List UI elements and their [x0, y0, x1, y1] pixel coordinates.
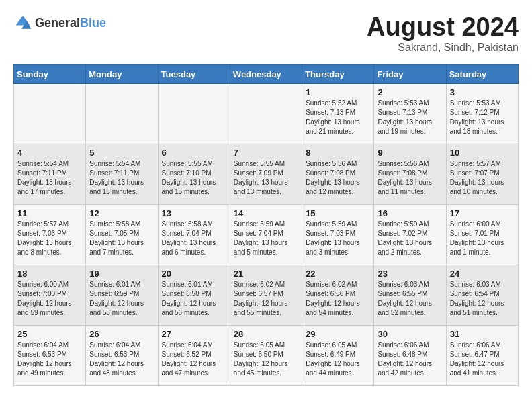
day-content: Sunrise: 5:57 AMSunset: 7:07 PMDaylight:…	[450, 159, 515, 197]
day-cell: 30Sunrise: 6:06 AMSunset: 6:48 PMDayligh…	[374, 325, 446, 385]
header-cell-sunday: Sunday	[14, 64, 86, 83]
day-number: 30	[378, 329, 442, 339]
week-row-2: 4Sunrise: 5:54 AMSunset: 7:11 PMDaylight…	[14, 144, 519, 204]
day-cell: 18Sunrise: 6:00 AMSunset: 7:00 PMDayligh…	[14, 265, 86, 325]
day-content: Sunrise: 5:55 AMSunset: 7:09 PMDaylight:…	[234, 159, 298, 197]
calendar-body: 1Sunrise: 5:52 AMSunset: 7:13 PMDaylight…	[14, 83, 519, 385]
day-number: 18	[17, 269, 82, 279]
day-cell: 5Sunrise: 5:54 AMSunset: 7:11 PMDaylight…	[86, 144, 158, 204]
day-content: Sunrise: 5:59 AMSunset: 7:04 PMDaylight:…	[234, 220, 298, 257]
day-content: Sunrise: 5:54 AMSunset: 7:11 PMDaylight:…	[17, 159, 82, 197]
day-number: 31	[450, 329, 515, 339]
day-content: Sunrise: 5:53 AMSunset: 7:12 PMDaylight:…	[450, 99, 515, 136]
day-number: 6	[162, 148, 226, 158]
day-number: 25	[17, 329, 82, 339]
day-cell: 26Sunrise: 6:04 AMSunset: 6:53 PMDayligh…	[86, 325, 158, 385]
page-header: GeneralBlue August 2024 Sakrand, Sindh, …	[13, 13, 519, 54]
day-cell: 7Sunrise: 5:55 AMSunset: 7:09 PMDaylight…	[230, 144, 302, 204]
day-number: 5	[89, 148, 154, 158]
day-cell: 31Sunrise: 6:06 AMSunset: 6:47 PMDayligh…	[446, 325, 518, 385]
day-cell: 24Sunrise: 6:03 AMSunset: 6:54 PMDayligh…	[446, 265, 518, 325]
day-cell	[158, 83, 230, 144]
day-number: 1	[306, 87, 370, 97]
week-row-4: 18Sunrise: 6:00 AMSunset: 7:00 PMDayligh…	[14, 265, 519, 325]
day-number: 13	[162, 208, 226, 218]
week-row-5: 25Sunrise: 6:04 AMSunset: 6:53 PMDayligh…	[14, 325, 519, 385]
day-cell: 29Sunrise: 6:05 AMSunset: 6:49 PMDayligh…	[302, 325, 374, 385]
header-row: SundayMondayTuesdayWednesdayThursdayFrid…	[14, 64, 519, 83]
day-content: Sunrise: 6:00 AMSunset: 7:00 PMDaylight:…	[17, 280, 82, 318]
day-content: Sunrise: 5:59 AMSunset: 7:03 PMDaylight:…	[306, 220, 370, 257]
week-row-1: 1Sunrise: 5:52 AMSunset: 7:13 PMDaylight…	[14, 83, 519, 144]
day-number: 15	[306, 208, 370, 218]
day-cell: 3Sunrise: 5:53 AMSunset: 7:12 PMDaylight…	[446, 83, 518, 144]
day-number: 12	[89, 208, 154, 218]
day-content: Sunrise: 6:03 AMSunset: 6:54 PMDaylight:…	[450, 280, 515, 318]
day-number: 8	[306, 148, 370, 158]
day-cell: 8Sunrise: 5:56 AMSunset: 7:08 PMDaylight…	[302, 144, 374, 204]
day-content: Sunrise: 6:02 AMSunset: 6:56 PMDaylight:…	[306, 280, 370, 318]
day-number: 14	[234, 208, 298, 218]
day-cell: 25Sunrise: 6:04 AMSunset: 6:53 PMDayligh…	[14, 325, 86, 385]
header-cell-monday: Monday	[86, 64, 158, 83]
day-cell: 20Sunrise: 6:01 AMSunset: 6:58 PMDayligh…	[158, 265, 230, 325]
day-cell: 27Sunrise: 6:04 AMSunset: 6:52 PMDayligh…	[158, 325, 230, 385]
logo-icon	[13, 13, 32, 32]
day-number: 10	[450, 148, 515, 158]
day-content: Sunrise: 6:05 AMSunset: 6:49 PMDaylight:…	[306, 340, 370, 378]
day-cell: 12Sunrise: 5:58 AMSunset: 7:05 PMDayligh…	[86, 204, 158, 265]
day-cell: 19Sunrise: 6:01 AMSunset: 6:59 PMDayligh…	[86, 265, 158, 325]
month-year-title: August 2024	[367, 13, 519, 42]
day-content: Sunrise: 5:59 AMSunset: 7:02 PMDaylight:…	[378, 220, 442, 257]
calendar-table: SundayMondayTuesdayWednesdayThursdayFrid…	[13, 64, 519, 386]
day-cell	[230, 83, 302, 144]
day-cell: 14Sunrise: 5:59 AMSunset: 7:04 PMDayligh…	[230, 204, 302, 265]
week-row-3: 11Sunrise: 5:57 AMSunset: 7:06 PMDayligh…	[14, 204, 519, 265]
day-cell: 13Sunrise: 5:58 AMSunset: 7:04 PMDayligh…	[158, 204, 230, 265]
logo-blue: Blue	[80, 16, 106, 30]
day-cell: 16Sunrise: 5:59 AMSunset: 7:02 PMDayligh…	[374, 204, 446, 265]
day-cell: 6Sunrise: 5:55 AMSunset: 7:10 PMDaylight…	[158, 144, 230, 204]
day-cell: 17Sunrise: 6:00 AMSunset: 7:01 PMDayligh…	[446, 204, 518, 265]
day-number: 21	[234, 269, 298, 279]
day-number: 11	[17, 208, 82, 218]
day-number: 3	[450, 87, 515, 97]
day-number: 16	[378, 208, 442, 218]
title-block: August 2024 Sakrand, Sindh, Pakistan	[367, 13, 519, 54]
day-content: Sunrise: 5:57 AMSunset: 7:06 PMDaylight:…	[17, 220, 82, 257]
day-number: 28	[234, 329, 298, 339]
header-cell-thursday: Thursday	[302, 64, 374, 83]
day-content: Sunrise: 5:52 AMSunset: 7:13 PMDaylight:…	[306, 99, 370, 136]
day-cell: 22Sunrise: 6:02 AMSunset: 6:56 PMDayligh…	[302, 265, 374, 325]
day-content: Sunrise: 6:04 AMSunset: 6:53 PMDaylight:…	[89, 340, 154, 378]
day-number: 20	[162, 269, 226, 279]
day-content: Sunrise: 5:56 AMSunset: 7:08 PMDaylight:…	[378, 159, 442, 197]
header-cell-wednesday: Wednesday	[230, 64, 302, 83]
day-cell: 1Sunrise: 5:52 AMSunset: 7:13 PMDaylight…	[302, 83, 374, 144]
day-cell: 23Sunrise: 6:03 AMSunset: 6:55 PMDayligh…	[374, 265, 446, 325]
day-content: Sunrise: 6:01 AMSunset: 6:58 PMDaylight:…	[162, 280, 226, 318]
calendar-header: SundayMondayTuesdayWednesdayThursdayFrid…	[14, 64, 519, 83]
logo-general: General	[35, 16, 80, 30]
header-cell-saturday: Saturday	[446, 64, 518, 83]
day-cell: 11Sunrise: 5:57 AMSunset: 7:06 PMDayligh…	[14, 204, 86, 265]
day-content: Sunrise: 5:55 AMSunset: 7:10 PMDaylight:…	[162, 159, 226, 197]
logo: GeneralBlue	[13, 13, 106, 32]
day-number: 24	[450, 269, 515, 279]
header-cell-friday: Friday	[374, 64, 446, 83]
day-number: 26	[89, 329, 154, 339]
day-number: 22	[306, 269, 370, 279]
day-content: Sunrise: 5:53 AMSunset: 7:13 PMDaylight:…	[378, 99, 442, 136]
day-number: 23	[378, 269, 442, 279]
day-cell	[86, 83, 158, 144]
day-number: 9	[378, 148, 442, 158]
day-cell: 28Sunrise: 6:05 AMSunset: 6:50 PMDayligh…	[230, 325, 302, 385]
day-cell: 10Sunrise: 5:57 AMSunset: 7:07 PMDayligh…	[446, 144, 518, 204]
day-cell: 15Sunrise: 5:59 AMSunset: 7:03 PMDayligh…	[302, 204, 374, 265]
day-number: 29	[306, 329, 370, 339]
day-content: Sunrise: 6:06 AMSunset: 6:47 PMDaylight:…	[450, 340, 515, 378]
day-content: Sunrise: 6:00 AMSunset: 7:01 PMDaylight:…	[450, 220, 515, 257]
location-subtitle: Sakrand, Sindh, Pakistan	[367, 42, 519, 54]
day-content: Sunrise: 6:01 AMSunset: 6:59 PMDaylight:…	[89, 280, 154, 318]
day-content: Sunrise: 5:56 AMSunset: 7:08 PMDaylight:…	[306, 159, 370, 197]
